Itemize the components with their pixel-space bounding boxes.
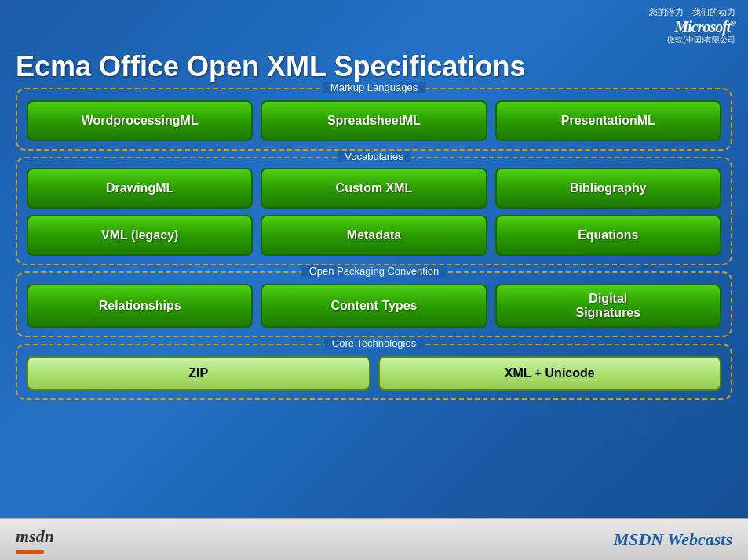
core-technologies-section: Core Technologies ZIP XML + Unicode xyxy=(16,344,732,400)
spreadsheetml-btn[interactable]: SpreadsheetML xyxy=(261,100,487,141)
webcasts-label: MSDN Webcasts xyxy=(614,529,732,550)
vocabularies-row2: VML (legacy) Metadata Equations xyxy=(27,215,721,256)
presentationml-btn[interactable]: PresentationML xyxy=(495,100,721,141)
tagline: 您的潜力，我们的动力 xyxy=(649,6,735,18)
core-technologies-label: Core Technologies xyxy=(324,337,424,349)
core-technologies-row: ZIP XML + Unicode xyxy=(27,356,721,391)
metadata-btn[interactable]: Metadata xyxy=(261,215,487,256)
open-packaging-row: Relationships Content Types Digital Sign… xyxy=(27,284,721,328)
digital-signatures-btn[interactable]: Digital Signatures xyxy=(495,284,721,328)
msdn-label: msdn xyxy=(16,526,54,547)
markup-languages-label: Markup Languages xyxy=(323,82,425,93)
vocabularies-label: Vocabularies xyxy=(337,151,410,162)
relationships-btn[interactable]: Relationships xyxy=(27,284,253,328)
content-types-btn[interactable]: Content Types xyxy=(261,284,487,328)
wordprocessingml-btn[interactable]: WordprocessingML xyxy=(27,100,253,141)
msdn-logo: msdn xyxy=(16,526,54,554)
vml-legacy-btn[interactable]: VML (legacy) xyxy=(27,215,253,256)
bibliography-btn[interactable]: Bibliography xyxy=(495,168,721,209)
xml-unicode-btn[interactable]: XML + Unicode xyxy=(378,356,722,391)
bottom-bar: msdn MSDN Webcasts xyxy=(0,518,748,560)
vocabularies-rows: DrawingML Custom XML Bibliography VML (l… xyxy=(27,168,721,256)
ms-subtitle: 微软(中国)有限公司 xyxy=(667,35,735,45)
markup-languages-section: Markup Languages WordprocessingML Spread… xyxy=(16,88,732,151)
open-packaging-label: Open Packaging Convention xyxy=(301,265,447,277)
markup-languages-row: WordprocessingML SpreadsheetML Presentat… xyxy=(27,100,721,141)
vocabularies-row1: DrawingML Custom XML Bibliography xyxy=(27,168,721,209)
main-area: Markup Languages WordprocessingML Spread… xyxy=(0,88,748,518)
microsoft-branding: 您的潜力，我们的动力 Microsoft® 微软(中国)有限公司 xyxy=(649,6,735,45)
vocabularies-section: Vocabularies DrawingML Custom XML Biblio… xyxy=(16,157,732,265)
open-packaging-section: Open Packaging Convention Relationships … xyxy=(16,271,732,337)
custom-xml-btn[interactable]: Custom XML xyxy=(261,168,487,209)
top-bar: 您的潜力，我们的动力 Microsoft® 微软(中国)有限公司 xyxy=(0,0,748,47)
equations-btn[interactable]: Equations xyxy=(495,215,721,256)
drawingml-btn[interactable]: DrawingML xyxy=(27,168,253,209)
microsoft-logo: Microsoft® xyxy=(674,18,735,36)
msdn-orange-bar xyxy=(16,550,44,554)
zip-btn[interactable]: ZIP xyxy=(27,356,370,391)
